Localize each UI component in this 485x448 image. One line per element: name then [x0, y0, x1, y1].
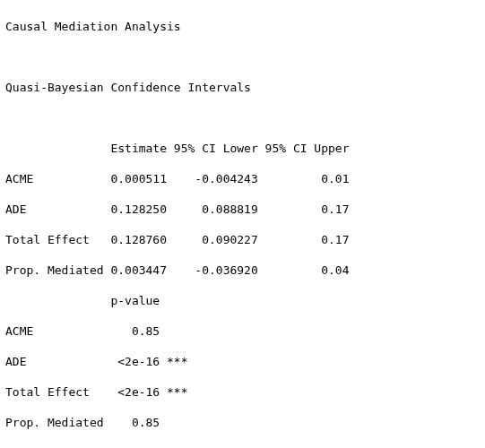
table1-row-acme: ACME 0.000511 -0.004243 0.01 [5, 171, 480, 186]
table2-row-total: Total Effect <2e-16 *** [5, 384, 480, 400]
table2-row-ade: ADE <2e-16 *** [5, 354, 480, 369]
output-title: Causal Mediation Analysis [5, 19, 480, 34]
r-console[interactable]: Causal Mediation Analysis Quasi-Bayesian… [0, 0, 485, 448]
table1-header: Estimate 95% CI Lower 95% CI Upper [5, 141, 480, 156]
blank [5, 110, 480, 125]
table1-row-prop: Prop. Mediated 0.003447 -0.036920 0.04 [5, 263, 480, 278]
table2-row-acme: ACME 0.85 [5, 323, 480, 339]
output-subtitle: Quasi-Bayesian Confidence Intervals [5, 80, 480, 95]
table1-row-total: Total Effect 0.128760 0.090227 0.17 [5, 232, 480, 247]
table1-row-ade: ADE 0.128250 0.088819 0.17 [5, 202, 480, 217]
blank [5, 49, 480, 65]
table2-row-prop: Prop. Mediated 0.85 [5, 415, 480, 430]
table2-header: p-value [5, 293, 480, 308]
